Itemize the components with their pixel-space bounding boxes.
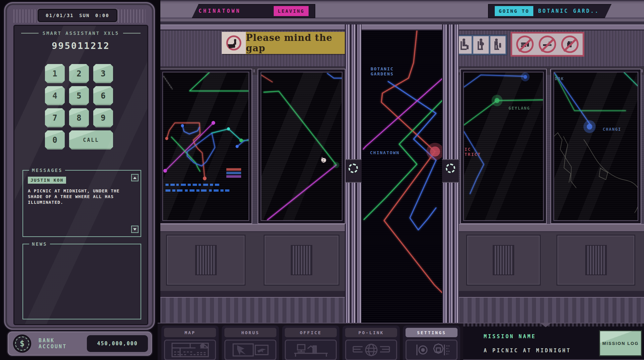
destination-sign: GOING TO BOTANIC GARD.. xyxy=(488,4,611,18)
keypad-0[interactable]: 0 xyxy=(45,130,65,149)
phone-title-text: SMART ASSISTANT XXL5 xyxy=(43,31,119,36)
neon-metro-lines xyxy=(464,72,543,220)
message-sender[interactable]: JUSTIN KOH xyxy=(28,177,66,184)
datetime-display: 01/01/31 SUN 0:00 xyxy=(38,9,117,22)
vent-grille xyxy=(585,245,607,275)
train-door-right xyxy=(442,24,459,323)
dialed-number-display: 995011212 xyxy=(14,41,147,51)
panel-edge-ticks xyxy=(463,323,644,326)
chevron-up-icon xyxy=(133,177,137,179)
train-interior: CHINATOWN LEAVING GOING TO BOTANIC GARD.… xyxy=(158,0,644,360)
current-station-sign: CHINATOWN LEAVING xyxy=(192,4,315,18)
train-top-strip: CHINATOWN LEAVING GOING TO BOTANIC GARD.… xyxy=(158,0,644,24)
keypad-7[interactable]: 7 xyxy=(45,108,65,127)
priority-seat-pregnant-icon xyxy=(473,36,488,54)
door-handle[interactable] xyxy=(446,164,455,173)
game-screen: CHINATOWN LEAVING GOING TO BOTANIC GARD.… xyxy=(0,0,644,360)
mind-the-gap-sign: Please mind the gap xyxy=(222,32,351,54)
scroll-down-button[interactable] xyxy=(131,226,139,233)
leaving-status-badge: LEAVING xyxy=(274,6,309,16)
no-flammables-icon xyxy=(561,36,579,53)
keypad-9[interactable]: 9 xyxy=(93,108,113,127)
train-window-4: DOK CHANGI xyxy=(550,69,641,224)
scanlines xyxy=(362,31,442,323)
mission-name-label: MISSION NAME xyxy=(484,334,536,340)
mission-log-button[interactable]: MISSION LOG xyxy=(599,330,642,356)
vent-grille xyxy=(291,245,312,275)
phone-title: SMART ASSISTANT XXL5 xyxy=(14,31,147,36)
map-station-label-partial: DOK xyxy=(555,76,564,81)
priority-seat-signs xyxy=(455,35,507,55)
scroll-up-button[interactable] xyxy=(131,174,139,181)
messages-title: MESSAGES xyxy=(29,168,65,173)
call-button[interactable]: CALL xyxy=(69,130,113,149)
settings-icon xyxy=(406,340,458,360)
keypad-5[interactable]: 5 xyxy=(69,86,89,105)
keypad-4[interactable]: 4 xyxy=(45,86,65,105)
phone-screen: SMART ASSISTANT XXL5 995011212 1 2 3 4 5… xyxy=(13,25,148,325)
current-station-label: CHINATOWN xyxy=(199,8,241,14)
dollar-coin-icon: $ xyxy=(13,335,31,353)
toolbar-button-office[interactable]: OFFICE xyxy=(282,325,339,360)
mind-the-gap-text: Please mind the gap xyxy=(246,32,351,54)
office-button-label: OFFICE xyxy=(285,328,337,337)
destination-label: BOTANIC GARD.. xyxy=(538,8,599,14)
no-smoking-icon xyxy=(539,36,556,53)
mission-panel: MISSION NAME A PICNIC AT MIDNIGHT MISSIO… xyxy=(463,323,644,360)
keypad-6[interactable]: 6 xyxy=(93,86,113,105)
prohibition-signs xyxy=(511,32,584,57)
chevron-down-icon xyxy=(133,228,137,231)
message-body: A PICNIC AT MIDNIGHT, UNDER THE SHADE OF… xyxy=(28,188,128,205)
toolbar-button-map[interactable]: MAP xyxy=(161,325,219,360)
metal-band xyxy=(158,24,644,31)
office-icon xyxy=(285,340,337,360)
horus-button-label: HORUS xyxy=(224,328,276,337)
map-station-label-geylang: GEYLANG xyxy=(508,106,530,111)
phone-body: 01/01/31 SUN 0:00 SMART ASSISTANT XXL5 9… xyxy=(4,2,155,330)
keypad-2[interactable]: 2 xyxy=(69,64,89,83)
po-link-icon xyxy=(345,340,397,360)
wall-panel xyxy=(556,235,635,286)
neon-lines xyxy=(261,72,342,220)
po-link-button-label: PO-LINK xyxy=(345,328,397,337)
vent-grille xyxy=(493,245,514,275)
news-title: NEWS xyxy=(29,241,50,247)
neon-map-and-coastline xyxy=(554,72,638,220)
mind-the-gap-icon xyxy=(222,32,246,54)
metro-map-poster xyxy=(163,72,249,220)
messages-box: MESSAGES JUSTIN KOH A PICNIC AT MIDNIGHT… xyxy=(22,170,141,237)
map-button-label: MAP xyxy=(164,328,216,337)
toolbar-button-po-link[interactable]: PO-LINK xyxy=(342,325,400,360)
toolbar-button-horus[interactable]: HORUS xyxy=(222,325,279,360)
train-window-3: GEYLANG IC TRICT xyxy=(460,69,547,224)
keypad-3[interactable]: 3 xyxy=(93,64,113,83)
dollar-symbol: $ xyxy=(20,339,24,348)
toolbar-button-settings[interactable]: SETTINGS xyxy=(403,325,460,360)
horus-travel-icon xyxy=(224,340,276,360)
door-handle[interactable] xyxy=(348,164,358,173)
priority-seat-child-icon xyxy=(490,36,505,54)
map-icon xyxy=(164,340,216,360)
bank-balance: 450,000,000 xyxy=(87,335,148,352)
wall-panel xyxy=(166,235,246,286)
mission-name: A PICNIC AT MIDNIGHT xyxy=(484,348,571,354)
map-station-label-civic-district-partial: IC TRICT xyxy=(465,147,481,157)
wall-panel xyxy=(466,235,541,286)
bottom-toolbar: MAP HORUS OFFICE xyxy=(158,323,644,360)
panel-notch xyxy=(540,323,551,327)
wall-panel xyxy=(264,235,339,286)
train-window-1 xyxy=(159,69,252,224)
train-window-2 xyxy=(258,69,345,224)
keypad-1[interactable]: 1 xyxy=(45,64,65,83)
hand-cursor xyxy=(319,156,327,166)
keypad-8[interactable]: 8 xyxy=(69,108,89,127)
settings-button-label: SETTINGS xyxy=(406,328,458,337)
going-to-badge: GOING TO xyxy=(495,6,533,16)
vent-grille xyxy=(195,245,217,275)
smart-assistant-panel: 01/01/31 SUN 0:00 SMART ASSISTANT XXL5 9… xyxy=(0,0,160,360)
bank-account-label: BANK ACCOUNT xyxy=(39,338,87,350)
bank-account-bar: $ BANK ACCOUNT 450,000,000 xyxy=(7,331,153,357)
news-box: NEWS xyxy=(22,244,141,319)
map-station-label-changi: CHANGI xyxy=(603,127,621,132)
between-cars-map-view: BOTANIC GARDENS CHINATOWN xyxy=(362,31,442,323)
